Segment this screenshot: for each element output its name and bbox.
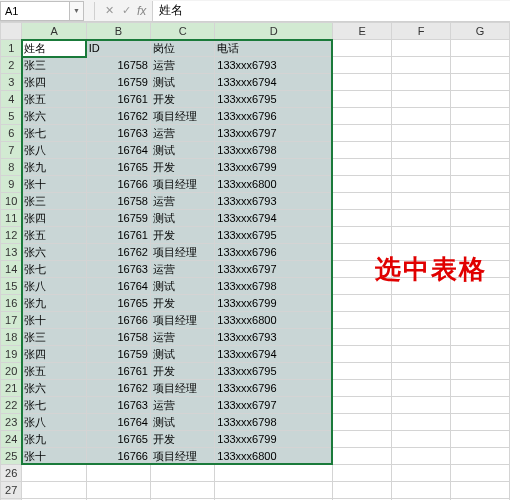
cell-C23[interactable]: 测试	[150, 414, 214, 431]
cell-F27[interactable]	[392, 482, 451, 499]
cell-B2[interactable]: 16758	[86, 57, 150, 74]
cell-G[interactable]	[450, 159, 509, 176]
cell-C9[interactable]: 项目经理	[150, 176, 214, 193]
cell-B22[interactable]: 16763	[86, 397, 150, 414]
cell-B26[interactable]	[86, 465, 150, 482]
cell-B14[interactable]: 16763	[86, 261, 150, 278]
cell-E[interactable]	[333, 397, 392, 414]
cell-C7[interactable]: 测试	[150, 142, 214, 159]
cell-G27[interactable]	[450, 482, 509, 499]
cell-D22[interactable]: 133xxx6797	[215, 397, 333, 414]
cell-E[interactable]	[333, 40, 392, 57]
col-header-B[interactable]: B	[86, 23, 150, 40]
cell-D26[interactable]	[215, 465, 333, 482]
cell-A22[interactable]: 张七	[22, 397, 86, 414]
cell-C22[interactable]: 运营	[150, 397, 214, 414]
name-box[interactable]: A1	[0, 1, 70, 21]
cell-A1[interactable]: 姓名	[22, 40, 86, 57]
cell-B19[interactable]: 16759	[86, 346, 150, 363]
cell-D27[interactable]	[215, 482, 333, 499]
cell-G[interactable]	[450, 40, 509, 57]
row-header-23[interactable]: 23	[1, 414, 22, 431]
col-header-A[interactable]: A	[22, 23, 86, 40]
row-header-4[interactable]: 4	[1, 91, 22, 108]
cell-C4[interactable]: 开发	[150, 91, 214, 108]
cell-F[interactable]	[392, 125, 451, 142]
cell-A11[interactable]: 张四	[22, 210, 86, 227]
cell-C17[interactable]: 项目经理	[150, 312, 214, 329]
cell-C25[interactable]: 项目经理	[150, 448, 214, 465]
cell-E[interactable]	[333, 74, 392, 91]
row-header-25[interactable]: 25	[1, 448, 22, 465]
row-header-18[interactable]: 18	[1, 329, 22, 346]
cell-E[interactable]	[333, 414, 392, 431]
cancel-formula-icon[interactable]: ✕	[101, 4, 118, 17]
cell-C8[interactable]: 开发	[150, 159, 214, 176]
cell-D25[interactable]: 133xxx6800	[215, 448, 333, 465]
cell-C6[interactable]: 运营	[150, 125, 214, 142]
cell-E[interactable]	[333, 193, 392, 210]
cell-A10[interactable]: 张三	[22, 193, 86, 210]
row-header-16[interactable]: 16	[1, 295, 22, 312]
cell-F[interactable]	[392, 431, 451, 448]
row-header-9[interactable]: 9	[1, 176, 22, 193]
cell-G[interactable]	[450, 363, 509, 380]
cell-C12[interactable]: 开发	[150, 227, 214, 244]
row-header-26[interactable]: 26	[1, 465, 22, 482]
cell-B11[interactable]: 16759	[86, 210, 150, 227]
cell-E[interactable]	[333, 57, 392, 74]
cell-C18[interactable]: 运营	[150, 329, 214, 346]
cell-D4[interactable]: 133xxx6795	[215, 91, 333, 108]
cell-G[interactable]	[450, 210, 509, 227]
fx-icon[interactable]: fx	[135, 4, 152, 18]
cell-C13[interactable]: 项目经理	[150, 244, 214, 261]
row-header-3[interactable]: 3	[1, 74, 22, 91]
row-header-8[interactable]: 8	[1, 159, 22, 176]
row-header-11[interactable]: 11	[1, 210, 22, 227]
cell-A14[interactable]: 张七	[22, 261, 86, 278]
cell-C1[interactable]: 岗位	[150, 40, 214, 57]
cell-G[interactable]	[450, 414, 509, 431]
cell-D5[interactable]: 133xxx6796	[215, 108, 333, 125]
cell-A15[interactable]: 张八	[22, 278, 86, 295]
cell-D2[interactable]: 133xxx6793	[215, 57, 333, 74]
cell-D7[interactable]: 133xxx6798	[215, 142, 333, 159]
row-header-19[interactable]: 19	[1, 346, 22, 363]
cell-B9[interactable]: 16766	[86, 176, 150, 193]
cell-E27[interactable]	[333, 482, 392, 499]
cell-G[interactable]	[450, 74, 509, 91]
row-header-7[interactable]: 7	[1, 142, 22, 159]
cell-F[interactable]	[392, 142, 451, 159]
cell-G[interactable]	[450, 312, 509, 329]
cell-D13[interactable]: 133xxx6796	[215, 244, 333, 261]
col-header-D[interactable]: D	[215, 23, 333, 40]
cell-D9[interactable]: 133xxx6800	[215, 176, 333, 193]
cell-E[interactable]	[333, 108, 392, 125]
cell-B4[interactable]: 16761	[86, 91, 150, 108]
cell-E[interactable]	[333, 363, 392, 380]
row-header-5[interactable]: 5	[1, 108, 22, 125]
row-header-17[interactable]: 17	[1, 312, 22, 329]
cell-B6[interactable]: 16763	[86, 125, 150, 142]
cell-F[interactable]	[392, 74, 451, 91]
cell-F[interactable]	[392, 363, 451, 380]
cell-D19[interactable]: 133xxx6794	[215, 346, 333, 363]
cell-B5[interactable]: 16762	[86, 108, 150, 125]
cell-C20[interactable]: 开发	[150, 363, 214, 380]
cell-C21[interactable]: 项目经理	[150, 380, 214, 397]
row-header-20[interactable]: 20	[1, 363, 22, 380]
cell-F[interactable]	[392, 227, 451, 244]
cell-E[interactable]	[333, 346, 392, 363]
cell-F[interactable]	[392, 380, 451, 397]
cell-E[interactable]	[333, 312, 392, 329]
cell-F[interactable]	[392, 210, 451, 227]
cell-D8[interactable]: 133xxx6799	[215, 159, 333, 176]
cell-B20[interactable]: 16761	[86, 363, 150, 380]
cell-D6[interactable]: 133xxx6797	[215, 125, 333, 142]
cell-A2[interactable]: 张三	[22, 57, 86, 74]
cell-A7[interactable]: 张八	[22, 142, 86, 159]
cell-E[interactable]	[333, 159, 392, 176]
cell-F[interactable]	[392, 414, 451, 431]
cell-F[interactable]	[392, 295, 451, 312]
cell-D16[interactable]: 133xxx6799	[215, 295, 333, 312]
